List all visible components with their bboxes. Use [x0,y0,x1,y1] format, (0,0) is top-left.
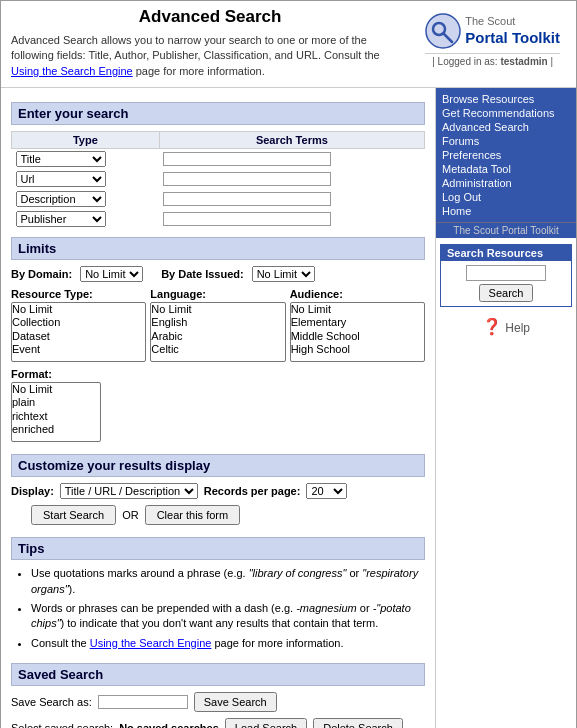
tip-3: Consult the Using the Search Engine page… [31,636,425,651]
help-link[interactable]: Help [505,321,530,335]
tips-list: Use quotations marks around a phrase (e.… [31,566,425,651]
content-column: Enter your search Type Search Terms Titl… [1,88,436,728]
display-label: Display: [11,485,54,497]
domain-row: By Domain: No Limit By Date Issued: No L… [11,266,425,282]
or-label: OR [122,509,139,521]
search-resources-body: Search [441,261,571,306]
search-row-1: Title Url Description Publisher [12,149,425,170]
records-label: Records per page: [204,485,301,497]
nav-forums[interactable]: Forums [442,134,570,148]
sidebar-column: Browse Resources Get Recommendations Adv… [436,88,576,340]
nav-home[interactable]: Home [442,204,570,218]
no-saved-text: No saved searches [119,722,219,728]
saved-search-header: Saved Search [11,663,425,686]
page-description: Advanced Search allows you to narrow you… [11,33,409,79]
page-title: Advanced Search [11,7,409,27]
search-term-1[interactable] [163,152,331,166]
nav-advanced-search[interactable]: Advanced Search [442,120,570,134]
logo-text: The Scout Portal Toolkit [465,15,560,46]
sidebar-search-input[interactable] [466,265,546,281]
nav-metadata-tool[interactable]: Metadata Tool [442,162,570,176]
search-term-4[interactable] [163,212,331,226]
search-term-3[interactable] [163,192,331,206]
tips-header: Tips [11,537,425,560]
action-row: Start Search OR Clear this form [31,505,425,525]
domain-select[interactable]: No Limit [80,266,143,282]
save-row: Save Search as: Save Search [11,692,425,712]
audience-col: Audience: No Limit Elementary Middle Sch… [290,288,425,362]
type-select-1[interactable]: Title Url Description Publisher [16,151,106,167]
nav-browse-resources[interactable]: Browse Resources [442,92,570,106]
customize-header: Customize your results display [11,454,425,477]
nav-administration[interactable]: Administration [442,176,570,190]
search-row-4: Title Url Description Publisher [12,209,425,229]
start-search-button[interactable]: Start Search [31,505,116,525]
search-terms-table: Type Search Terms Title Url Description … [11,131,425,229]
resource-label: Resource Type: [11,288,146,300]
select-label: Select saved search: [11,722,113,728]
nav-footer: The Scout Portal Toolkit [436,222,576,238]
help-section: ❓ Help [436,313,576,340]
sidebar-search-button[interactable]: Search [479,284,534,302]
format-label: Format: [11,368,425,380]
clear-form-button[interactable]: Clear this form [145,505,241,525]
type-col-header: Type [12,132,160,149]
language-col: Language: No Limit English Arabic Celtic [150,288,285,362]
audience-select[interactable]: No Limit Elementary Middle School High S… [290,302,425,362]
type-select-3[interactable]: Title Url Description Publisher [16,191,106,207]
save-search-input[interactable] [98,695,188,709]
help-icon: ❓ [482,318,502,335]
save-label: Save Search as: [11,696,92,708]
search-row-3: Title Url Description Publisher [12,189,425,209]
search-term-2[interactable] [163,172,331,186]
records-select[interactable]: 10 20 50 100 [306,483,347,499]
main-area: Enter your search Type Search Terms Titl… [1,88,576,728]
domain-label: By Domain: [11,268,72,280]
nav-menu: Browse Resources Get Recommendations Adv… [436,88,576,222]
date-label: By Date Issued: [161,268,244,280]
resource-select[interactable]: No Limit Collection Dataset Event [11,302,146,362]
load-search-button[interactable]: Load Search [225,718,307,728]
language-select[interactable]: No Limit English Arabic Celtic [150,302,285,362]
search-engine-link-tips[interactable]: Using the Search Engine [90,637,212,649]
format-section: Format: No Limit plain richtext enriched [11,368,425,442]
resource-type-col: Resource Type: No Limit Collection Datas… [11,288,146,362]
limits-columns: Resource Type: No Limit Collection Datas… [11,288,425,362]
tips-section: Use quotations marks around a phrase (e.… [11,566,425,651]
tip-1: Use quotations marks around a phrase (e.… [31,566,425,597]
search-resources-header: Search Resources [441,245,571,261]
logged-in-bar: | Logged in as: testadmin | [425,53,560,69]
language-label: Language: [150,288,285,300]
type-select-4[interactable]: Title Url Description Publisher [16,211,106,227]
scout-logo-icon [425,13,461,49]
search-resources-box: Search Resources Search [440,244,572,307]
nav-get-recommendations[interactable]: Get Recommendations [442,106,570,120]
display-select[interactable]: Title / URL / Description Title Only Ful… [60,483,198,499]
search-row-2: Title Url Description Publisher [12,169,425,189]
type-select-2[interactable]: Title Url Description Publisher [16,171,106,187]
save-search-button[interactable]: Save Search [194,692,277,712]
search-engine-link-top[interactable]: Using the Search Engine [11,65,133,77]
date-select[interactable]: No Limit [252,266,315,282]
display-row: Display: Title / URL / Description Title… [11,483,425,499]
tip-2: Words or phrases can be prepended with a… [31,601,425,632]
svg-point-0 [426,14,460,48]
limits-header: Limits [11,237,425,260]
terms-col-header: Search Terms [159,132,424,149]
nav-log-out[interactable]: Log Out [442,190,570,204]
select-saved-row: Select saved search: No saved searches L… [11,718,425,728]
format-select[interactable]: No Limit plain richtext enriched [11,382,101,442]
delete-search-button[interactable]: Delete Search [313,718,403,728]
audience-label: Audience: [290,288,425,300]
page-container: Advanced Search Advanced Search allows y… [0,0,577,728]
nav-preferences[interactable]: Preferences [442,148,570,162]
page-header: Advanced Search Advanced Search allows y… [1,1,576,88]
logo-area: The Scout Portal Toolkit | Logged in as:… [419,7,566,73]
enter-search-header: Enter your search [11,102,425,125]
